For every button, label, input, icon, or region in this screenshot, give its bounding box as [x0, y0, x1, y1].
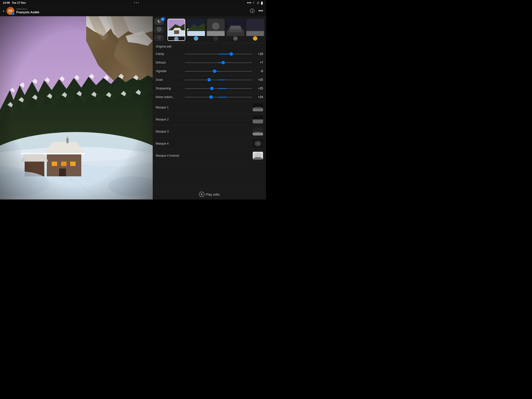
svg-rect-67 [246, 31, 264, 36]
photo-area [0, 16, 153, 200]
sharpening-fill [218, 88, 227, 89]
thumb-avatar-2 [187, 36, 205, 41]
masque4-inverse-label: Masque 4 Inversé [156, 154, 253, 157]
thumbnail-2[interactable] [187, 19, 205, 41]
noise-reduction-row[interactable]: Noise reduct... +24 [153, 93, 266, 101]
status-left: 14:00 Tue 17 Dec [3, 1, 26, 4]
svg-point-79 [256, 142, 260, 145]
thumbnail-3[interactable] [207, 19, 225, 41]
masque2-row[interactable]: Masque 2 [153, 114, 266, 126]
masque4-inverse-row[interactable]: Masque 4 Inversé [153, 150, 266, 162]
grain-slider[interactable] [185, 80, 252, 80]
top-nav: ‹ FA + ORIGINAL François Aublé ⓘ ••• [0, 5, 266, 16]
battery-icon: ▮ [261, 0, 263, 5]
masque3-row[interactable]: Masque 3 [153, 126, 266, 138]
thumb-avatar-5 [246, 36, 264, 41]
info-button[interactable]: ⓘ [250, 8, 254, 14]
vignette-value: -6 [254, 69, 263, 73]
scene-svg [0, 16, 153, 200]
nav-title-wrap: ORIGINAL François Aublé [16, 8, 39, 14]
thumbnail-5[interactable] [246, 19, 264, 41]
thumbnail-4[interactable] [227, 19, 244, 41]
nav-right: ⓘ ••• [250, 8, 263, 14]
photo-background [0, 16, 153, 200]
masque1-row[interactable]: Masque 1 [153, 101, 266, 114]
grain-row[interactable]: Grain +25 [153, 76, 266, 84]
heart-icon: ♡ [157, 35, 161, 40]
clarity-value: +19 [254, 52, 263, 56]
clarity-row[interactable]: Clarity +19 [153, 50, 266, 58]
info-icon: ⓘ [157, 27, 161, 32]
masque4-label: Masque 4 [156, 142, 253, 145]
avatar-wrap: FA + [6, 7, 14, 15]
dot1 [134, 2, 135, 3]
thumb-user-icon-1 [174, 37, 179, 41]
date: Tue 17 Dec [12, 1, 26, 4]
grain-value: +25 [254, 78, 263, 82]
nav-left: ‹ FA + ORIGINAL François Aublé [3, 7, 39, 15]
dehaze-slider[interactable] [185, 62, 252, 63]
edits-tool-button[interactable]: ↻ 4 [154, 18, 164, 25]
thumb-avatar-1 [168, 36, 185, 41]
svg-point-70 [253, 107, 263, 110]
more-button[interactable]: ••• [258, 8, 263, 14]
sharpening-row[interactable]: Sharpening +25 [153, 84, 266, 93]
back-button[interactable]: ‹ [3, 8, 4, 14]
grain-label: Grain [156, 78, 183, 82]
heart-tool-button[interactable]: ♡ [154, 34, 164, 41]
thumbnails-strip [166, 16, 266, 43]
sharpening-slider[interactable] [185, 88, 252, 89]
vignette-row[interactable]: Vignette -6 [153, 67, 266, 76]
edits-icon: ↻ [157, 19, 161, 24]
svg-rect-73 [253, 119, 263, 123]
status-right: ▾▾▾ ☾ ⌽ ▮ [247, 0, 263, 5]
info-tool-button[interactable]: ⓘ [154, 26, 164, 33]
masque2-thumb [253, 116, 263, 123]
moon-icon: ☾ [253, 1, 255, 4]
dehaze-thumb[interactable] [221, 61, 225, 64]
svg-rect-65 [230, 26, 241, 29]
masque4-row[interactable]: Masque 4 [153, 138, 266, 150]
sharpening-thumb[interactable] [210, 87, 214, 90]
vignette-slider[interactable] [185, 71, 252, 72]
play-edits-button[interactable]: Play edits [153, 189, 266, 200]
grain-thumb[interactable] [207, 78, 211, 82]
wifi-icon: ▾▾▾ [247, 1, 251, 4]
thumb-image-3 [207, 19, 225, 36]
thumb-image-5 [246, 19, 264, 36]
thumb-user-icon-4 [233, 36, 238, 41]
masque1-label: Masque 1 [156, 106, 253, 109]
svg-rect-54 [174, 30, 179, 34]
play-icon [199, 192, 204, 197]
vignette-label: Vignette [156, 69, 183, 73]
dehaze-row[interactable]: Dehaze +7 [153, 58, 266, 67]
play-edits-label: Play edits [206, 193, 220, 196]
svg-rect-72 [253, 116, 263, 119]
masque4-inverse-thumb [253, 152, 263, 160]
svg-point-76 [253, 132, 263, 134]
noise-reduction-fill [218, 97, 227, 98]
panel-top: ↻ 4 ⓘ ♡ [153, 16, 266, 43]
edits-badge: 4 [161, 17, 165, 21]
adjustments-list: Clarity +19 Dehaze +7 Vignette -6 [153, 50, 266, 189]
right-panel: ↻ 4 ⓘ ♡ [153, 16, 266, 200]
vignette-thumb[interactable] [213, 69, 216, 73]
dot3 [138, 2, 139, 3]
avatar-plus-icon: + [12, 12, 15, 15]
sharpening-value: +25 [254, 87, 263, 90]
thumbnail-1[interactable] [167, 19, 185, 41]
masque3-thumb [253, 128, 263, 135]
noise-reduction-slider[interactable] [185, 97, 252, 98]
clarity-label: Clarity [156, 52, 183, 56]
clarity-thumb[interactable] [230, 52, 233, 56]
headphone-icon: ⌽ [257, 0, 259, 5]
masque2-label: Masque 2 [156, 118, 253, 121]
clarity-slider[interactable] [185, 54, 252, 54]
dehaze-label: Dehaze [156, 61, 183, 64]
svg-marker-60 [207, 31, 225, 36]
noise-reduction-thumb[interactable] [209, 95, 213, 99]
masque1-thumb [253, 103, 263, 111]
toolbar: ↻ 4 ⓘ ♡ [153, 16, 166, 43]
time: 14:00 [3, 1, 10, 4]
play-triangle [201, 193, 203, 196]
